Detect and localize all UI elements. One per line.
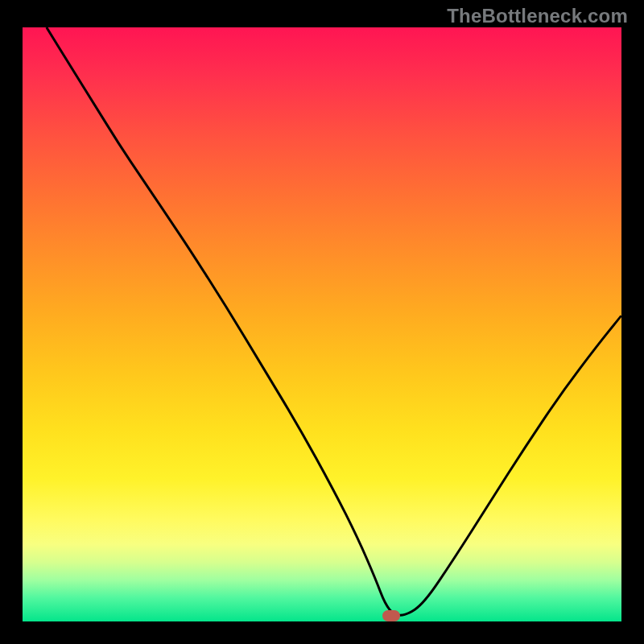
chart-frame: TheBottleneck.com <box>0 0 644 644</box>
plot-area <box>23 27 621 621</box>
bottleneck-curve <box>47 27 621 615</box>
bottleneck-curve-svg <box>23 27 621 621</box>
optimum-point-marker <box>382 610 400 621</box>
watermark-text: TheBottleneck.com <box>447 5 628 27</box>
